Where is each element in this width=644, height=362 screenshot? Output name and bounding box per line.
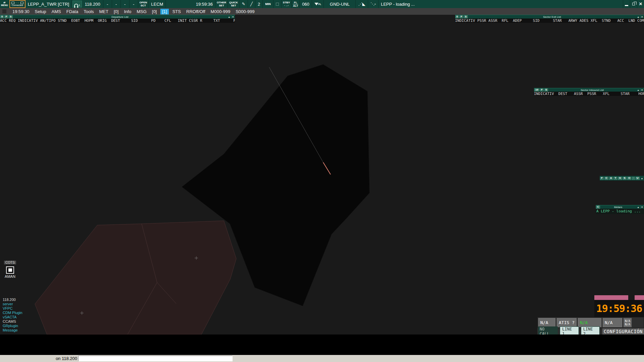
menu-tools[interactable]: Tools	[81, 9, 96, 14]
plugin-status-list: 118.200 server VFPC CDM Plugin vSACTA CC…	[3, 298, 22, 332]
connected-button[interactable]: ⋯→ Connected	[9, 0, 26, 8]
inbound-close-icon[interactable]: ×	[640, 89, 644, 92]
menu-info[interactable]: Info	[121, 9, 134, 14]
open-sct-button[interactable]: OPEN SCT	[138, 0, 149, 8]
plugin-line-ccams[interactable]: CCAMS	[3, 319, 22, 324]
tag-filter-f[interactable]: F	[600, 177, 604, 180]
stby-filter-button[interactable]: STBY ·→▫	[282, 0, 292, 8]
metars-c-button[interactable]: C	[596, 206, 600, 209]
tag-filter-c[interactable]: C	[604, 177, 608, 180]
departure-sort-button[interactable]: S	[9, 15, 12, 18]
dotted-track-button[interactable]	[274, 0, 282, 8]
departure-collapse-icon[interactable]: ▲	[227, 16, 231, 18]
aman-toggle-button[interactable]	[6, 266, 14, 274]
inbound-sort-button[interactable]: S	[544, 89, 548, 92]
window-titlebar: ⇄ MENU ⋯→ Connected LEPP_A_TWR [CTR] 1 1…	[0, 0, 644, 8]
inbound-count-button[interactable]: 10	[534, 89, 539, 92]
sector-exit-titlebar[interactable]: 0 F S Sector Exit List ▲ ×	[455, 15, 644, 18]
connection-icon: ⋯→	[11, 1, 23, 4]
headset-button[interactable]: 1	[72, 1, 82, 7]
aman-label: AMAN	[2, 274, 18, 278]
metars-collapse-icon[interactable]: ▲	[636, 206, 640, 208]
metars-close-icon[interactable]: ×	[640, 206, 644, 209]
transition-altitude[interactable]: 060	[300, 0, 312, 8]
altitude-filter-button[interactable]: FL	[312, 0, 324, 8]
freq-slot-3[interactable]: -	[121, 0, 130, 8]
vertical-range-button[interactable]: GND-UNL	[324, 0, 356, 8]
inbound-collapse-icon[interactable]: ▲	[636, 89, 640, 91]
headset-icon	[74, 4, 78, 7]
minimize-button[interactable]	[623, 0, 630, 8]
tag-filter-dot[interactable]: ·	[632, 177, 635, 180]
plugin-line-frequency: 118.200	[3, 298, 22, 302]
menu-fdata[interactable]: FData	[64, 9, 81, 14]
aman-toggle-icon	[8, 268, 12, 272]
metars-titlebar[interactable]: C Metars ▲ ×	[596, 205, 644, 209]
exit-collapse-icon[interactable]: ▲	[636, 16, 640, 18]
inbound-filter-button[interactable]: F	[540, 89, 544, 92]
exit-sort-button[interactable]: S	[464, 15, 467, 18]
quick-set-button[interactable]: QUICK SET	[228, 0, 240, 8]
tag-filter-o[interactable]: O	[627, 177, 631, 180]
departure-list-titlebar[interactable]: 0 F S Departure List ▲ ×	[0, 15, 235, 18]
fl-alt-toggle[interactable]: FL ALT	[292, 0, 300, 8]
sector-inbound-columns: INDICATIV DEST ASSR PSSR XFL STAR HORA	[534, 92, 644, 96]
line-icon: ╱	[250, 2, 253, 6]
menu-button[interactable]: ⇄ MENU	[0, 0, 9, 8]
menubar-square-icon	[2, 9, 6, 13]
freq-slot-4[interactable]: -	[130, 0, 138, 8]
menu-ams[interactable]: AMS	[49, 9, 64, 14]
measure-tool-2-button[interactable]: ⋱▫	[368, 0, 379, 8]
menu-msg-unread-badge[interactable]: [1]	[160, 9, 168, 14]
trail-length-value[interactable]: 2	[255, 0, 263, 8]
menu-met[interactable]: MET	[97, 9, 111, 14]
station-callsign[interactable]: LEPP_A_TWR [CTR]	[26, 0, 72, 8]
departure-count-button[interactable]: 0	[0, 15, 4, 18]
menu-msg-count[interactable]: [0]	[149, 9, 159, 14]
menu-rroff[interactable]: RROff/Off	[184, 9, 208, 14]
menu-msg[interactable]: MSG	[134, 9, 149, 14]
departure-filter-button[interactable]: F	[4, 15, 8, 18]
tag-filter-a[interactable]: A	[609, 177, 613, 180]
menu-squawk-range[interactable]: S000-999	[233, 9, 257, 14]
measure-tool-button[interactable]: ⋰◣	[356, 0, 368, 8]
configuration-button[interactable]: CONFIGURACIÓN	[602, 328, 644, 334]
sector-polygon-brown	[35, 221, 236, 334]
tag-filter-s[interactable]: S	[623, 177, 627, 180]
voice-na-small-button[interactable]: N/A N/A	[623, 318, 632, 327]
departure-close-icon[interactable]: ×	[231, 15, 235, 18]
plugin-line-vfpc[interactable]: VFPC	[3, 306, 22, 311]
tag-filter-u[interactable]: U	[636, 177, 640, 180]
tag-filter-collapse-icon[interactable]: ▲	[640, 177, 644, 179]
freq-slot-2[interactable]: -	[112, 0, 121, 8]
tag-edit-button[interactable]: ✎	[240, 0, 248, 8]
exit-filter-button[interactable]: F	[459, 15, 463, 18]
menu-sts[interactable]: STS	[170, 9, 184, 14]
menu-setup[interactable]: Setup	[32, 9, 49, 14]
tag-filter-t[interactable]: T	[613, 177, 617, 180]
exit-count-button[interactable]: 0	[455, 15, 459, 18]
departure-list-columns: ACC REQ INDICATIV AN/TIPO STND EOBT HOPM…	[0, 18, 235, 23]
radar-display[interactable]	[0, 15, 644, 334]
sector-file-button[interactable]: LECM	[149, 0, 166, 8]
draw-line-button[interactable]: ╱	[248, 0, 255, 8]
plugin-line-grplugin[interactable]: GRplugin	[3, 324, 22, 328]
primary-frequency[interactable]: 118.200	[83, 0, 103, 8]
command-input[interactable]	[78, 356, 233, 361]
plugin-line-message[interactable]: Message	[3, 328, 22, 332]
tag-filter-g[interactable]: G	[618, 177, 622, 180]
plugin-line-cdm[interactable]: CDM Plugin	[3, 311, 22, 315]
exit-close-icon[interactable]: ×	[640, 15, 644, 18]
trail-unit-button[interactable]: MIN	[263, 0, 274, 8]
freq-slot-1[interactable]: -	[103, 0, 112, 8]
plugin-line-vsacta[interactable]: vSACTA	[3, 315, 22, 319]
metars-content: A LEPP - loading ...	[596, 209, 644, 214]
plugin-line-server[interactable]: server	[3, 302, 22, 306]
voice-na-3-button[interactable]: N/A	[602, 318, 623, 327]
menu-met-count[interactable]: [0]	[111, 9, 121, 14]
sector-inbound-titlebar[interactable]: 10 F S Sector Inbound List ▲ ×	[534, 88, 644, 92]
restore-button[interactable]	[630, 0, 637, 8]
close-button[interactable]: ×	[637, 0, 644, 8]
other-set-button[interactable]: OTHER SET	[215, 0, 228, 8]
menu-mode-range[interactable]: M000-999	[208, 9, 233, 14]
